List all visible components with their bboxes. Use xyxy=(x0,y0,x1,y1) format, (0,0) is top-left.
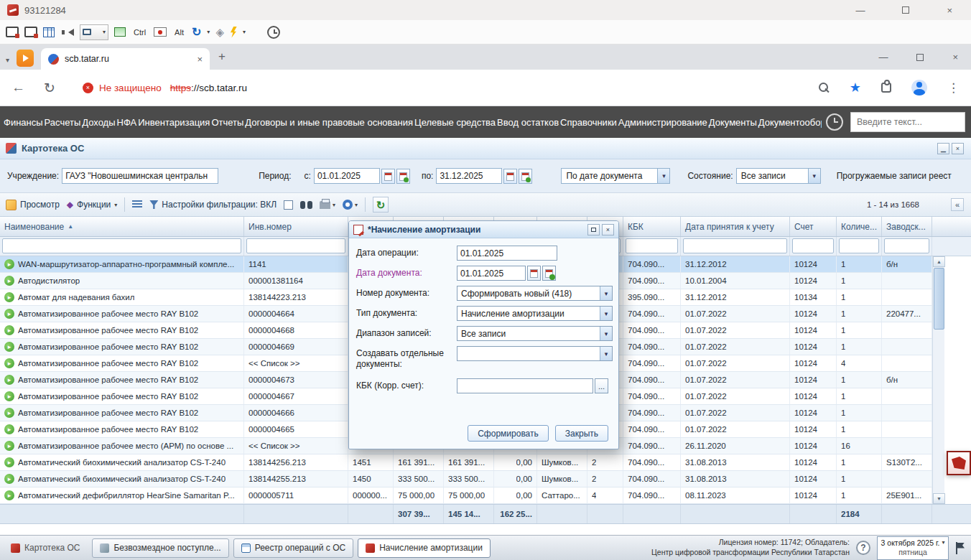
browser-close-icon[interactable]: × xyxy=(952,52,958,62)
settings-button[interactable]: ▾ xyxy=(343,200,358,210)
list-icon[interactable] xyxy=(132,200,142,209)
search-input[interactable] xyxy=(857,117,959,127)
calendar-icon[interactable] xyxy=(527,266,541,281)
column-filter-input-9[interactable] xyxy=(626,238,678,253)
period-to-input[interactable] xyxy=(436,168,502,184)
dialog-maximize-icon[interactable] xyxy=(587,224,600,235)
row-marker-icon[interactable]: ▸ xyxy=(4,276,14,286)
row-marker-icon[interactable]: ▸ xyxy=(4,375,14,385)
scroll-down-icon[interactable]: ▼ xyxy=(933,493,945,504)
maximize-icon[interactable] xyxy=(902,6,909,14)
tab-close-icon[interactable]: × xyxy=(197,54,203,65)
ellipsis-button[interactable]: ... xyxy=(595,378,608,393)
calendar-today-icon[interactable] xyxy=(396,169,410,184)
column-filter-input-13[interactable] xyxy=(884,238,929,253)
column-header-11[interactable]: Счет xyxy=(790,217,837,236)
extensions-icon[interactable] xyxy=(881,83,891,93)
print-button[interactable]: ▾ xyxy=(320,201,335,209)
pinwheel-icon[interactable]: ◈ xyxy=(215,27,224,37)
profile-avatar[interactable] xyxy=(911,80,927,95)
dropdown-select[interactable]: Сформировать новый (418)▾ xyxy=(457,286,613,301)
bars-logo-button[interactable] xyxy=(947,451,971,475)
row-marker-icon[interactable]: ▸ xyxy=(4,342,14,352)
column-filter-input-10[interactable] xyxy=(683,238,787,253)
browser-tab[interactable]: scb.tatar.ru × xyxy=(41,48,210,70)
dropdown-select[interactable]: ▾ xyxy=(457,346,613,361)
text-input[interactable] xyxy=(457,246,557,261)
column-header-9[interactable]: КБК xyxy=(623,217,681,236)
row-marker-icon[interactable]: ▸ xyxy=(4,358,14,368)
menu-item-6[interactable]: Отчеты xyxy=(210,117,244,128)
keyboard-alt-icon[interactable] xyxy=(24,27,37,37)
minimize-icon[interactable]: — xyxy=(855,5,865,16)
menu-item-5[interactable]: Инвентаризация xyxy=(137,117,210,128)
state-select[interactable]: Все записи▾ xyxy=(736,168,821,184)
menu-item-10[interactable]: Справочники xyxy=(559,117,618,128)
browser-maximize-icon[interactable] xyxy=(916,54,924,61)
search-icon[interactable] xyxy=(818,82,830,93)
column-header-10[interactable]: Дата принятия к учету xyxy=(681,217,790,236)
flag-icon[interactable] xyxy=(955,542,965,554)
row-marker-icon[interactable]: ▸ xyxy=(4,391,14,401)
row-marker-icon[interactable]: ▸ xyxy=(4,259,14,269)
column-header-13[interactable]: Заводск... xyxy=(882,217,932,236)
chevron-down-icon[interactable]: ▾ xyxy=(243,29,246,35)
screen-icon[interactable] xyxy=(114,27,126,37)
table-row-13[interactable]: ▸Автоматический биохимический анализатор… xyxy=(0,454,932,471)
column-header-12[interactable]: Количе... xyxy=(837,217,882,236)
chevron-down-icon[interactable]: ▾ xyxy=(207,29,210,35)
table-row-15[interactable]: ▸Автоматический дефибриллятор HearSine S… xyxy=(0,487,932,504)
speaker-icon[interactable] xyxy=(65,29,74,36)
table-row-14[interactable]: ▸Автоматический биохимический анализатор… xyxy=(0,471,932,487)
calendar-today-icon[interactable] xyxy=(542,266,556,281)
dialog-titlebar[interactable]: *Начисление амортизации × xyxy=(349,221,618,238)
row-marker-icon[interactable]: ▸ xyxy=(4,424,14,434)
clock-icon[interactable] xyxy=(267,26,280,39)
copy-icon[interactable] xyxy=(284,200,293,210)
window-close-icon[interactable]: × xyxy=(952,143,964,154)
reconnect-icon[interactable]: ↻ xyxy=(192,27,201,38)
calendar-icon[interactable] xyxy=(381,169,395,184)
view-button[interactable]: Просмотр xyxy=(6,200,60,210)
grid-icon[interactable] xyxy=(43,27,55,37)
help-icon[interactable]: ? xyxy=(856,541,870,555)
date-input[interactable] xyxy=(457,266,526,281)
refresh-button[interactable]: ↻ xyxy=(373,197,389,213)
address-field[interactable]: × Не защищено https://scb.tatar.ru xyxy=(83,83,247,93)
row-marker-icon[interactable]: ▸ xyxy=(4,309,14,319)
scrollbar-thumb[interactable] xyxy=(934,268,944,330)
collapse-panel-button[interactable]: « xyxy=(951,198,964,211)
date-mode-select[interactable]: По дате документа▾ xyxy=(561,168,670,184)
close-button[interactable]: Закрыть xyxy=(555,425,608,442)
screen-record-icon[interactable] xyxy=(154,27,167,37)
functions-button[interactable]: ◆Функции▾ xyxy=(67,200,118,210)
row-marker-icon[interactable]: ▸ xyxy=(4,457,14,467)
menu-item-11[interactable]: Администрирование xyxy=(618,117,708,128)
column-filter-input-12[interactable] xyxy=(839,238,879,253)
taskbar-button-2[interactable]: Безвозмездное поступле... xyxy=(92,538,228,558)
browser-minimize-icon[interactable]: — xyxy=(878,52,888,62)
institution-input[interactable] xyxy=(62,168,218,184)
filter-settings-button[interactable]: Настройки фильтрации: ВКЛ xyxy=(149,200,277,210)
scroll-up-icon[interactable]: ▲ xyxy=(933,256,945,267)
row-marker-icon[interactable]: ▸ xyxy=(4,441,14,451)
menu-item-7[interactable]: Договоры и иные правовые основания xyxy=(244,117,414,128)
period-from-input[interactable] xyxy=(314,168,380,184)
pinned-tab-icon[interactable] xyxy=(17,50,34,67)
dropdown-select[interactable]: Все записи▾ xyxy=(457,326,613,341)
refresh-icon[interactable]: ↻ xyxy=(44,80,55,96)
row-marker-icon[interactable]: ▸ xyxy=(4,474,14,484)
taskbar-button-4[interactable]: Начисление амортизации xyxy=(358,538,491,558)
column-header-1[interactable]: Наименование▲ xyxy=(0,217,244,236)
menu-item-3[interactable]: Доходы xyxy=(81,117,116,128)
taskbar-button-3[interactable]: Реестр операций с ОС xyxy=(233,538,353,558)
new-tab-button[interactable]: + xyxy=(218,50,226,64)
column-filter-input-1[interactable] xyxy=(2,238,241,253)
menu-item-13[interactable]: Документооборот xyxy=(758,117,822,128)
row-marker-icon[interactable]: ▸ xyxy=(4,325,14,335)
menu-item-2[interactable]: Расчеты xyxy=(44,117,82,128)
column-filter-input-2[interactable] xyxy=(246,238,345,253)
row-marker-icon[interactable]: ▸ xyxy=(4,292,14,302)
bookmark-star-icon[interactable]: ★ xyxy=(850,81,861,94)
column-filter-input-11[interactable] xyxy=(792,238,834,253)
